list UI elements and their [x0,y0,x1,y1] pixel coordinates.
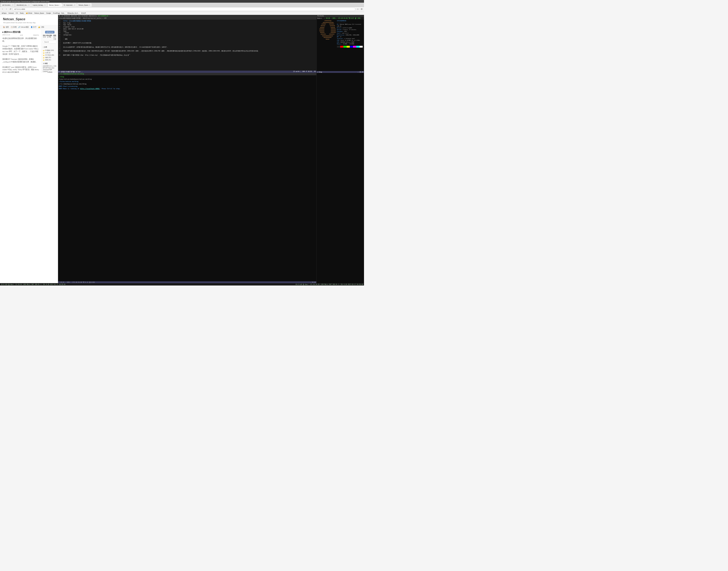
profile-badge: @Netcan [45,31,55,34]
tab-3[interactable]: Netcan_Space ✕ [47,3,62,7]
webpage-pane: Netcan_Space The quick brown fox jumps o… [0,15,58,73]
tab-4[interactable]: N - improved... ✕ [62,3,77,7]
vim-line-13: 13 title: Linux多显示器配合i3wm窗口管理器 [59,20,316,22]
tab-0-close[interactable]: ✕ [12,4,13,6]
blog-main: ■ 解决Hexo置顶问题 2015-11-22 总览 42条评论 考虑到之前的博… [0,29,58,73]
vim-line-5: 5 [59,48,316,50]
hexo-line-4: ~/•[~/makeSpace/netcan.me]/blog [59,83,316,85]
tab-2-label: Layout_manag... [33,4,44,6]
tag-hexo[interactable]: Hexo [48,67,51,69]
blog-title: Netcan_Space [3,17,55,21]
stat-days-label: 运行天数 [53,36,57,40]
right-panel-lower [316,73,364,283]
neo-os: OS: Debian GNU/Linux 9.0 (stretch) x86_6… [337,23,363,27]
tab-3-label: Netcan_Space [49,4,59,6]
hexo-line-info-start: INFO Start processing [59,85,316,88]
tab-4-close[interactable]: ✕ [74,4,75,6]
bookmark-netcan[interactable]: Netcan_Space [34,12,44,14]
titlebar: [1:tikular.google-chrome-beta i:/home/ne… [0,0,364,3]
nav-subscribe[interactable]: 🔔 订阅 [38,26,44,28]
tag-java[interactable]: Java [52,67,55,69]
vim-line-21: 21 - [59,36,316,38]
tab-1[interactable]: disordered_mu... ✕ [15,3,31,7]
tab-2-close[interactable]: ✕ [44,4,46,6]
tag-ajax[interactable]: AJAX [43,66,46,67]
folder-icon-2: 📁 [43,52,44,54]
terminal-vim-body[interactable]: 13 title: Linux多显示器配合i3wm窗口管理器 14 toc: t… [58,20,316,71]
neofetch-header-label: hexa-s [317,17,322,19]
hexo-terminal-body[interactable]: j blog /home/netcan/makeSpace/netcan.me/… [58,75,316,281]
hexo-line-1: j blog [59,76,316,78]
tab-2[interactable]: Layout_manag... ✕ [31,3,47,7]
category-oj-label: OJ题解 (104) [45,49,54,51]
content-area: Netcan_Space The quick brown fox jumps o… [0,15,364,286]
menu-button[interactable]: ☰ [360,7,363,11]
vim-line-3: 3 [59,44,316,46]
category-oj[interactable]: 📁 OJ题解 (104) [43,49,57,52]
tag-kmp[interactable]: KMP [49,69,52,71]
category-essay-label: 随笔 (31) [45,59,51,61]
tag-cpp[interactable]: C/C++ [50,66,53,67]
back-button[interactable]: ‹ [1,7,4,11]
category-notes-label: 学习笔记 (36) [45,54,54,56]
lower-row: ~/•[~/makeSpace/netcan.me]/blog j blog /… [0,73,364,283]
system-bar: 10.8 GiB ▐ /dev/: 21.54:54 (109 Mb/s) BA… [0,283,364,286]
tag-linux[interactable]: Linux [48,71,53,73]
tab-0[interactable]: std::function... ✕ [1,3,15,7]
tab-3-close[interactable]: ✕ [59,4,61,6]
nav-archive[interactable]: 📋 归档 [11,26,17,28]
category-essay[interactable]: 📁 随笔 (31) [43,59,57,61]
category-notes[interactable]: 📁 学习笔记 (36) [43,54,57,56]
bookmark-frontpage[interactable]: FrontPage · Deb... [53,12,66,14]
forward-button[interactable]: › [5,7,8,11]
vim-statusbar-right: 23 words | 100% ¶ 10/18 : 95 [293,71,316,73]
bookmark-github[interactable]: 🐱 Github [25,12,33,14]
post-1-title[interactable]: ■ 解决Hexo置顶问题 [2,31,39,34]
tag-laravel[interactable]: Laravel [43,71,47,73]
category-prog[interactable]: 📁 编程 (31) [43,56,57,59]
hexo-terminal-pane: ~/•[~/makeSpace/netcan.me]/blog j blog /… [58,73,316,283]
bookmark-zhihu[interactable]: 算·知乎 [81,12,86,14]
bookmark-wiki[interactable]: Wikipedia, the fr... [67,12,80,14]
reload-button[interactable]: ↺ [9,7,12,11]
tag-bfs[interactable]: BFS [47,66,49,67]
vim-line-19: 19 - Linux [59,32,316,34]
bookmark-apps-label: Apps [3,12,7,14]
tag-css[interactable]: CSS [54,66,56,67]
tabbar: std::function... ✕ disordered_mu... ✕ La… [0,3,364,7]
tag-dp[interactable]: DP [46,67,48,69]
vim-line-22: 22 - 随笔 [59,38,316,40]
stat-articles-label: 文章 [43,36,46,38]
bookmark-cs[interactable]: CS [15,12,18,14]
bookmark-study[interactable]: Study [19,12,24,14]
vim-line-17: 17 date: 2017-03-17 10:23:00 [59,28,316,30]
tab-1-close[interactable]: ✕ [28,4,29,6]
neofetch-title: Pictures [317,15,324,17]
tab-0-label: std::function... [2,4,12,6]
nav-home[interactable]: 🏠 首页 [3,26,9,28]
hexo-status-left: ✓ 10:26 ‹ 100% ‹ 172.20.54.84 ℃ 0.11 ▐ 6… [59,281,95,283]
blog-header: Netcan_Space The quick brown fox jumps o… [0,15,58,25]
search-input[interactable] [43,41,57,44]
nav-about[interactable]: 👤 关于 [31,26,36,28]
post-1-category: 总览 [20,34,23,36]
bookmark-button[interactable]: ☆ [356,7,359,11]
address-bar[interactable] [12,7,355,11]
tag-dfs[interactable]: DFS [43,67,46,69]
vim-line-6: 6 可能是由于多显示器的虚拟显示器过大，导致一些组件弹出无法显示，举个例子：我的… [59,50,316,52]
hexo-terminal-label: ~/•[~/makeSpace/netcan.me]/blog [59,73,84,75]
tag-javascript[interactable]: Javascript [43,69,49,71]
bookmark-google[interactable]: Google [46,12,52,14]
nav-github[interactable]: 🔗 Github项目 [18,26,29,28]
vim-file-info: Linux多显示器配合i3wm窗口管理器...Web/blog/source/_… [58,17,316,20]
vim-line-18b: 18 最终了解到一个窗口管理器 i3wm http://i3wm.org/ ，可… [59,54,316,56]
tab-5[interactable]: Netcan_Space ✕ [77,3,92,7]
category-prog-label: 编程 (31) [45,56,51,59]
neofetch-info: netcan@debian ------------ OS: Debian GN… [337,20,363,71]
post-1-comments[interactable]: 42条评论 [33,34,39,36]
category-share[interactable]: 📁 分享 (2) [43,52,57,54]
bookmark-intranet[interactable]: Intranet [8,12,14,14]
bookmark-apps[interactable]: ⊞ Apps [1,12,7,14]
hexo-line-3: ~/Sites/netcan.me/blog [59,81,316,83]
tab-5-close[interactable]: ✕ [89,4,90,6]
